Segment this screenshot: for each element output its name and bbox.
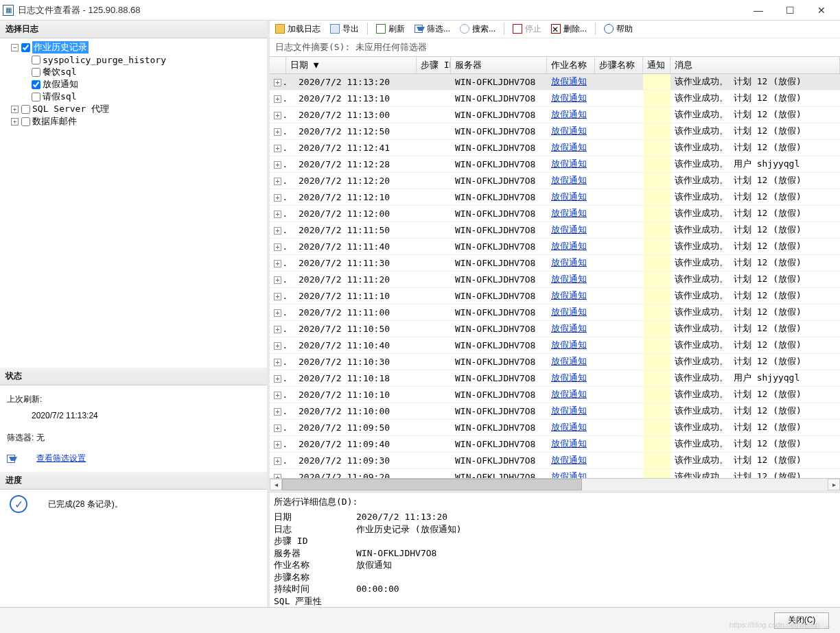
table-row[interactable]: +✔2020/7/2 11:09:40WIN-OFKLJDHV7O8放假通知该作…	[270, 436, 840, 453]
table-row[interactable]: +✔2020/7/2 11:09:30WIN-OFKLJDHV7O8放假通知该作…	[270, 453, 840, 469]
cell-job-name[interactable]: 放假通知	[547, 322, 595, 335]
minimize-button[interactable]: —	[743, 0, 774, 21]
table-row[interactable]: +✔2020/7/2 11:10:30WIN-OFKLJDHV7O8放假通知该作…	[270, 354, 840, 370]
table-row[interactable]: +✔2020/7/2 11:13:10WIN-OFKLJDHV7O8放假通知该作…	[270, 91, 840, 107]
plus-icon[interactable]: +	[274, 161, 281, 169]
tree-item-canying[interactable]: 餐饮sql	[1, 66, 266, 78]
tree-item-fangjia[interactable]: 放假通知	[1, 78, 266, 91]
checkbox[interactable]	[32, 80, 40, 89]
maximize-button[interactable]: ☐	[774, 0, 806, 21]
col-date[interactable]: 日期 ▼	[286, 57, 417, 73]
tree-item-syspolicy[interactable]: syspolicy_purge_history	[1, 53, 266, 66]
cell-job-name[interactable]: 放假通知	[547, 405, 595, 417]
table-row[interactable]: +✔2020/7/2 11:11:30WIN-OFKLJDHV7O8放假通知该作…	[270, 255, 840, 272]
cell-job-name[interactable]: 放假通知	[547, 372, 595, 384]
cell-job-name[interactable]: 放假通知	[547, 191, 595, 203]
plus-icon[interactable]: +	[274, 276, 281, 284]
table-row[interactable]: +✔2020/7/2 11:11:00WIN-OFKLJDHV7O8放假通知该作…	[270, 304, 840, 321]
plus-icon[interactable]: +	[274, 128, 281, 136]
checkbox[interactable]	[32, 93, 40, 101]
tree-root-job-history[interactable]: − 作业历史记录	[1, 41, 266, 53]
delete-button[interactable]: ✕删除...	[548, 21, 590, 36]
table-row[interactable]: +✔2020/7/2 11:12:10WIN-OFKLJDHV7O8放假通知该作…	[270, 189, 840, 206]
table-row[interactable]: +✔2020/7/2 11:10:40WIN-OFKLJDHV7O8放假通知该作…	[270, 337, 840, 354]
minus-icon[interactable]: −	[11, 44, 19, 51]
horizontal-scrollbar[interactable]: ◂ ▸	[270, 478, 840, 490]
checkbox[interactable]	[32, 56, 40, 64]
cell-job-name[interactable]: 放假通知	[547, 306, 595, 318]
table-row[interactable]: +✔2020/7/2 11:12:50WIN-OFKLJDHV7O8放假通知该作…	[270, 123, 840, 140]
col-step-name[interactable]: 步骤名称	[595, 57, 643, 73]
plus-icon[interactable]: +	[274, 79, 281, 86]
plus-icon[interactable]: +	[274, 441, 281, 449]
plus-icon[interactable]: +	[274, 359, 281, 366]
cell-job-name[interactable]: 放假通知	[547, 75, 595, 88]
plus-icon[interactable]: +	[274, 194, 281, 202]
close-dialog-button[interactable]: 关闭(C)	[774, 612, 829, 629]
cell-job-name[interactable]: 放假通知	[547, 141, 595, 154]
checkbox[interactable]	[32, 68, 40, 77]
close-button[interactable]: ✕	[806, 0, 837, 21]
scroll-right-icon[interactable]: ▸	[828, 479, 840, 490]
cell-job-name[interactable]: 放假通知	[547, 438, 595, 450]
scroll-left-icon[interactable]: ◂	[270, 479, 282, 490]
table-row[interactable]: +✔2020/7/2 11:12:00WIN-OFKLJDHV7O8放假通知该作…	[270, 206, 840, 222]
cell-job-name[interactable]: 放假通知	[547, 240, 595, 252]
tree-label[interactable]: 作业历史记录	[32, 41, 89, 53]
cell-job-name[interactable]: 放假通知	[547, 421, 595, 433]
search-button[interactable]: 搜索...	[457, 21, 498, 36]
table-row[interactable]: +✔2020/7/2 11:11:20WIN-OFKLJDHV7O8放假通知该作…	[270, 272, 840, 288]
plus-icon[interactable]: +	[274, 145, 281, 152]
plus-icon[interactable]: +	[274, 342, 281, 350]
plus-icon[interactable]: +	[274, 227, 281, 235]
cell-job-name[interactable]: 放假通知	[547, 339, 595, 351]
table-row[interactable]: +✔2020/7/2 11:11:10WIN-OFKLJDHV7O8放假通知该作…	[270, 288, 840, 304]
plus-icon[interactable]: +	[274, 112, 281, 119]
table-row[interactable]: +✔2020/7/2 11:12:20WIN-OFKLJDHV7O8放假通知该作…	[270, 173, 840, 189]
plus-icon[interactable]: +	[11, 106, 19, 113]
checkbox[interactable]	[21, 117, 30, 126]
table-row[interactable]: +✔2020/7/2 11:09:20WIN-OFKLJDHV7O8放假通知该作…	[270, 469, 840, 478]
table-row[interactable]: +✔2020/7/2 11:13:00WIN-OFKLJDHV7O8放假通知该作…	[270, 107, 840, 123]
col-step-id[interactable]: 步骤 ID	[417, 57, 451, 73]
filter-button[interactable]: 筛选...	[412, 21, 453, 36]
scroll-thumb[interactable]	[282, 479, 582, 490]
plus-icon[interactable]: +	[274, 326, 281, 333]
col-server[interactable]: 服务器	[451, 57, 547, 73]
tree-db-mail[interactable]: + 数据库邮件	[1, 115, 266, 128]
cell-job-name[interactable]: 放假通知	[547, 125, 595, 137]
plus-icon[interactable]: +	[274, 211, 281, 218]
plus-icon[interactable]: +	[11, 118, 19, 126]
grid-body[interactable]: +✔2020/7/2 11:13:20WIN-OFKLJDHV7O8放假通知该作…	[270, 74, 840, 478]
cell-job-name[interactable]: 放假通知	[547, 256, 595, 269]
export-button[interactable]: 导出	[327, 21, 362, 36]
plus-icon[interactable]: +	[274, 392, 281, 399]
tree-item-qingjia[interactable]: 请假sql	[1, 91, 266, 103]
cell-job-name[interactable]: 放假通知	[547, 273, 595, 285]
stop-button[interactable]: 停止	[510, 21, 544, 36]
cell-job-name[interactable]: 放假通知	[547, 207, 595, 219]
load-log-button[interactable]: 加载日志	[272, 21, 323, 36]
cell-job-name[interactable]: 放假通知	[547, 92, 595, 104]
cell-job-name[interactable]: 放假通知	[547, 158, 595, 170]
table-row[interactable]: +✔2020/7/2 11:10:00WIN-OFKLJDHV7O8放假通知该作…	[270, 403, 840, 420]
col-job-name[interactable]: 作业名称	[547, 57, 595, 73]
cell-job-name[interactable]: 放假通知	[547, 355, 595, 368]
cell-job-name[interactable]: 放假通知	[547, 388, 595, 401]
plus-icon[interactable]: +	[274, 260, 281, 267]
plus-icon[interactable]: +	[274, 309, 281, 317]
refresh-button[interactable]: 刷新	[373, 21, 408, 36]
details-body[interactable]: 日期2020/7/2 11:13:20日志作业历史记录 (放假通知)步骤 ID服…	[270, 511, 840, 607]
table-row[interactable]: +✔2020/7/2 11:11:50WIN-OFKLJDHV7O8放假通知该作…	[270, 222, 840, 239]
cell-job-name[interactable]: 放假通知	[547, 224, 595, 236]
table-row[interactable]: +✔2020/7/2 11:12:28WIN-OFKLJDHV7O8放假通知该作…	[270, 156, 840, 173]
table-row[interactable]: +✔2020/7/2 11:10:50WIN-OFKLJDHV7O8放假通知该作…	[270, 321, 840, 337]
cell-job-name[interactable]: 放假通知	[547, 454, 595, 466]
help-button[interactable]: 帮助	[601, 21, 635, 36]
checkbox-job-history[interactable]	[21, 43, 30, 52]
col-message[interactable]: 消息	[670, 57, 840, 73]
table-row[interactable]: +✔2020/7/2 11:13:20WIN-OFKLJDHV7O8放假通知该作…	[270, 74, 840, 91]
col-expander[interactable]	[270, 57, 286, 73]
plus-icon[interactable]: +	[274, 408, 281, 416]
col-notify[interactable]: 通知	[643, 57, 670, 73]
